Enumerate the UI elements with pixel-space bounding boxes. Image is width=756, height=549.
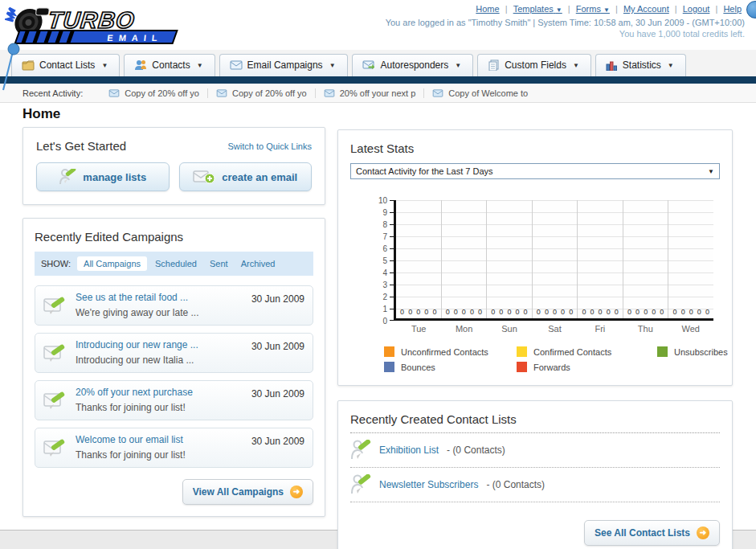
legend-swatch (517, 362, 527, 372)
chart-group-mon: 00000 (442, 200, 488, 318)
tab-email-campaigns[interactable]: Email Campaigns▼ (219, 54, 348, 76)
campaign-date: 30 Jun 2009 (251, 293, 304, 305)
y-tick-label: 4 (382, 268, 387, 277)
contact-list-link[interactable]: Exhibition List (379, 445, 439, 456)
view-all-campaigns-button[interactable]: View All Campaigns ➜ (182, 479, 313, 505)
filter-scheduled[interactable]: Scheduled (155, 259, 197, 268)
chart-group-wed: 00000 (668, 200, 713, 318)
stats-period-dropdown[interactable]: Contact Activity for the Last 7 Days ▼ (350, 163, 720, 179)
get-started-panel: Let's Get Started Switch to Quick Links … (22, 127, 325, 205)
arrow-right-icon: ➜ (290, 485, 303, 498)
tab-autoresponders[interactable]: Autoresponders▼ (352, 54, 474, 76)
latest-stats-title: Latest Stats (350, 141, 720, 155)
chevron-down-icon: ▼ (573, 62, 579, 69)
get-started-title: Let's Get Started (36, 139, 126, 153)
y-tick-label: 8 (382, 220, 387, 229)
chevron-down-icon: ▼ (668, 62, 674, 69)
legend-item-forwards: Forwards (517, 362, 657, 372)
person-pencil-icon (59, 169, 76, 185)
y-tick-label: 7 (382, 232, 387, 241)
x-tick-label: Thu (623, 324, 668, 334)
y-tick-label: 0 (382, 317, 387, 326)
app-logo[interactable]: TURBO EMAIL (5, 3, 194, 51)
main-nav-tabs: Contact Lists▼ Contacts▼ Email Campaigns… (0, 50, 756, 76)
campaign-item[interactable]: 20% off your next purchase Thanks for jo… (35, 380, 313, 420)
bar-value-label: 0 (615, 308, 619, 316)
x-tick-label: Sat (532, 324, 577, 334)
recent-activity-item[interactable]: Copy of 20% off yo (100, 88, 208, 98)
stats-chart: 109876543210 000000000000000000000000000… (374, 200, 713, 334)
top-link-help[interactable]: Help (723, 4, 742, 14)
tab-statistics[interactable]: Statistics▼ (595, 54, 686, 76)
login-info: You are logged in as "Timothy Smith" | S… (386, 18, 745, 27)
recent-activity-item[interactable]: Copy of Welcome to (424, 88, 536, 98)
contact-list-count: - (0 Contacts) (447, 445, 505, 456)
bar-value-label: 0 (590, 308, 594, 316)
recent-activity-item[interactable]: Copy of 20% off yo (208, 88, 316, 98)
tab-custom-fields[interactable]: Custom Fields▼ (477, 54, 591, 76)
chevron-down-icon: ▼ (708, 168, 714, 175)
campaign-title-link[interactable]: Introducing our new range ... (76, 339, 243, 350)
bar-value-label: 0 (553, 308, 557, 316)
campaign-item[interactable]: See us at the retail food ... We're givi… (35, 285, 313, 326)
bar-value-label: 0 (681, 308, 685, 316)
bar-value-label: 0 (470, 308, 474, 316)
campaign-title-link[interactable]: Welcome to our email list (76, 434, 243, 445)
campaigns-panel-title: Recently Edited Campaigns (35, 230, 313, 244)
filter-sent[interactable]: Sent (210, 259, 228, 268)
chart-group-sun: 00000 (487, 200, 533, 318)
chart-group-tue: 00000 (396, 200, 442, 318)
bar-value-label: 0 (446, 308, 450, 316)
bar-value-label: 0 (635, 308, 640, 316)
tab-contacts[interactable]: Contacts▼ (124, 54, 215, 76)
campaign-subtitle: We're giving away our late ... (76, 307, 198, 318)
envelope-icon (432, 89, 443, 97)
contact-list-item[interactable]: Newsletter Subscribers - (0 Contacts) (350, 468, 720, 502)
bar-value-label: 0 (582, 308, 586, 316)
manage-lists-button[interactable]: manage lists (36, 162, 170, 191)
x-tick-label: Fri (578, 324, 623, 334)
people-icon (134, 59, 147, 71)
bar-value-label: 0 (569, 308, 573, 316)
campaign-item[interactable]: Welcome to our email list Thanks for joi… (35, 428, 313, 468)
help-bubble-icon[interactable] (746, 1, 756, 18)
bar-value-label: 0 (524, 308, 528, 316)
bar-value-label: 0 (673, 308, 677, 316)
top-link-templates[interactable]: Templates ▼ (513, 4, 562, 14)
filter-all-campaigns[interactable]: All Campaigns (77, 256, 147, 271)
campaign-title-link[interactable]: 20% off your next purchase (76, 387, 243, 398)
x-tick-label: Mon (441, 324, 486, 334)
latest-stats-panel: Latest Stats Contact Activity for the La… (337, 129, 733, 386)
contact-list-item[interactable]: Exhibition List - (0 Contacts) (350, 433, 720, 468)
switch-quick-links-link[interactable]: Switch to Quick Links (227, 141, 312, 151)
y-tick-label: 3 (382, 281, 387, 289)
contact-list-link[interactable]: Newsletter Subscribers (379, 479, 478, 490)
bar-value-label: 0 (432, 308, 436, 316)
bar-value-label: 0 (491, 308, 495, 316)
x-tick-label: Wed (668, 324, 713, 334)
tab-contact-lists[interactable]: Contact Lists▼ (11, 54, 120, 76)
top-link-my-account[interactable]: My Account (623, 4, 669, 14)
campaign-item[interactable]: Introducing our new range ... Introducin… (35, 333, 313, 373)
legend-item-confirmed: Confirmed Contacts (517, 346, 657, 357)
create-email-button[interactable]: create an email (179, 162, 313, 191)
see-all-contact-lists-button[interactable]: See All Contact Lists ➜ (584, 520, 720, 546)
credits-info: You have 1,000 total credits left. (619, 29, 745, 39)
filter-archived[interactable]: Archived (241, 259, 276, 268)
pages-icon (488, 59, 500, 71)
top-link-home[interactable]: Home (476, 4, 499, 14)
campaign-subtitle: Thanks for joining our list! (76, 449, 186, 461)
legend-item-unconfirmed: Unconfirmed Contacts (384, 346, 517, 357)
top-link-logout[interactable]: Logout (683, 4, 710, 14)
bar-value-label: 0 (462, 308, 466, 316)
chart-group-fri: 00000 (578, 200, 623, 318)
bar-value-label: 0 (660, 308, 664, 316)
bar-value-label: 0 (499, 308, 503, 316)
campaign-title-link[interactable]: See us at the retail food ... (76, 292, 243, 303)
top-nav: Home | Templates ▼ | Forms ▼ | My Accoun… (472, 4, 745, 14)
envelope-icon (324, 89, 335, 97)
top-link-forms[interactable]: Forms ▼ (576, 4, 610, 14)
legend-item-bounces: Bounces (384, 362, 517, 372)
campaign-date: 30 Jun 2009 (251, 388, 304, 399)
recent-activity-item[interactable]: 20% off your next p (316, 88, 425, 98)
